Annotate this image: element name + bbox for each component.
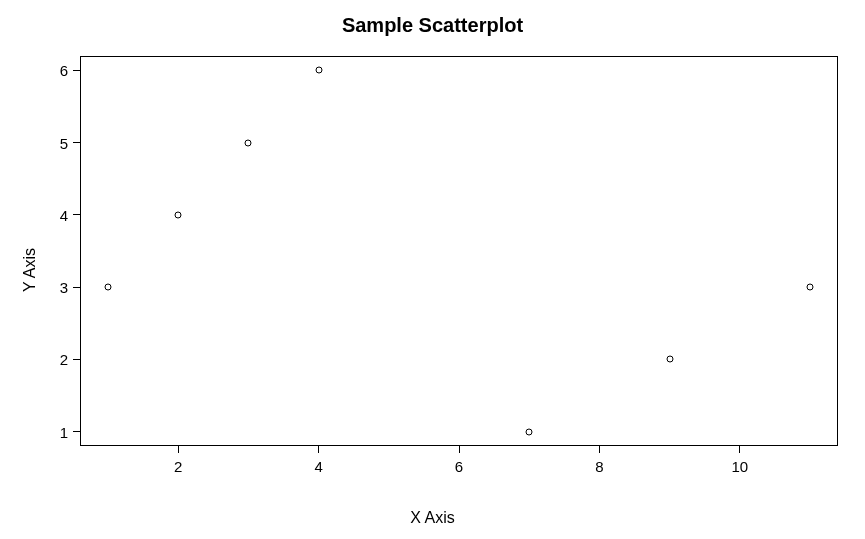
data-point [666,356,673,363]
x-tick-label: 8 [595,458,603,475]
x-tick-label: 6 [455,458,463,475]
y-tick-mark [73,70,80,71]
y-tick-mark [73,287,80,288]
data-point [105,284,112,291]
chart-title: Sample Scatterplot [0,14,865,37]
y-tick-mark [73,142,80,143]
x-tick-mark [599,446,600,453]
y-tick-label: 4 [38,206,68,223]
data-point [806,284,813,291]
data-point [175,211,182,218]
plot-area [80,56,838,446]
x-tick-mark [739,446,740,453]
y-tick-mark [73,359,80,360]
data-point [245,139,252,146]
y-tick-mark [73,214,80,215]
y-tick-mark [73,431,80,432]
y-tick-label: 5 [38,134,68,151]
y-tick-label: 3 [38,279,68,296]
y-tick-label: 1 [38,423,68,440]
x-tick-label: 4 [314,458,322,475]
x-axis-label: X Axis [0,509,865,527]
x-tick-label: 10 [731,458,748,475]
data-point [315,67,322,74]
y-tick-label: 6 [38,62,68,79]
y-axis-label: Y Axis [21,247,39,291]
x-tick-mark [459,446,460,453]
x-tick-mark [178,446,179,453]
x-tick-label: 2 [174,458,182,475]
y-tick-label: 2 [38,351,68,368]
data-point [526,428,533,435]
x-tick-mark [318,446,319,453]
chart-container: Sample Scatterplot Y Axis X Axis 2468101… [0,0,865,539]
